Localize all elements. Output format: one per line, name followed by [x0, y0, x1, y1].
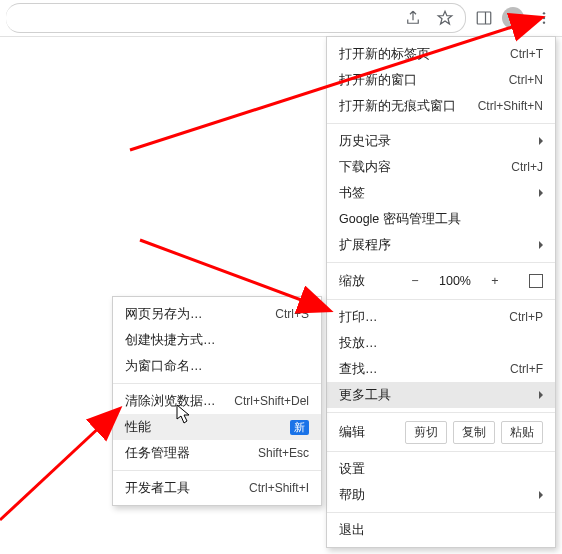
menu-item-label: 设置	[339, 461, 543, 478]
menu-separator	[327, 451, 555, 452]
menu-item-label: 打印…	[339, 309, 501, 326]
star-icon[interactable]	[435, 8, 455, 28]
submenu-dev-tools[interactable]: 开发者工具 Ctrl+Shift+I	[113, 475, 321, 501]
menu-incognito[interactable]: 打开新的无痕式窗口 Ctrl+Shift+N	[327, 93, 555, 119]
menu-help[interactable]: 帮助	[327, 482, 555, 508]
menu-find[interactable]: 查找… Ctrl+F	[327, 356, 555, 382]
menu-item-shortcut: Shift+Esc	[258, 446, 309, 460]
menu-item-shortcut: Ctrl+N	[509, 73, 543, 87]
share-icon[interactable]	[403, 8, 423, 28]
zoom-in-button[interactable]: +	[485, 274, 505, 288]
edit-label: 编辑	[339, 424, 387, 441]
menu-item-shortcut: Ctrl+T	[510, 47, 543, 61]
svg-point-4	[543, 21, 545, 23]
menu-item-shortcut: Ctrl+Shift+Del	[234, 394, 309, 408]
menu-more-tools[interactable]: 更多工具	[327, 382, 555, 408]
submenu-performance[interactable]: 性能 新	[113, 414, 321, 440]
paste-button[interactable]: 粘贴	[501, 421, 543, 444]
menu-separator	[113, 470, 321, 471]
zoom-value: 100%	[435, 274, 475, 288]
menu-item-label: 扩展程序	[339, 237, 543, 254]
menu-item-shortcut: Ctrl+F	[510, 362, 543, 376]
address-bar[interactable]	[6, 3, 466, 33]
zoom-out-button[interactable]: −	[405, 274, 425, 288]
more-tools-submenu: 网页另存为… Ctrl+S 创建快捷方式… 为窗口命名… 清除浏览数据… Ctr…	[112, 296, 322, 506]
menu-separator	[327, 123, 555, 124]
menu-item-label: 任务管理器	[125, 445, 250, 462]
side-panel-icon[interactable]	[474, 8, 494, 28]
menu-item-shortcut: Ctrl+Shift+I	[249, 481, 309, 495]
menu-separator	[327, 512, 555, 513]
menu-item-label: 网页另存为…	[125, 306, 267, 323]
menu-downloads[interactable]: 下载内容 Ctrl+J	[327, 154, 555, 180]
menu-item-label: 打开新的标签页	[339, 46, 502, 63]
submenu-save-as[interactable]: 网页另存为… Ctrl+S	[113, 301, 321, 327]
menu-item-label: 开发者工具	[125, 480, 241, 497]
menu-item-label: 性能	[125, 419, 284, 436]
menu-extensions[interactable]: 扩展程序	[327, 232, 555, 258]
menu-separator	[327, 412, 555, 413]
menu-item-label: 打开新的无痕式窗口	[339, 98, 470, 115]
menu-new-window[interactable]: 打开新的窗口 Ctrl+N	[327, 67, 555, 93]
menu-item-shortcut: Ctrl+Shift+N	[478, 99, 543, 113]
menu-item-label: 下载内容	[339, 159, 503, 176]
menu-bookmarks[interactable]: 书签	[327, 180, 555, 206]
svg-point-2	[543, 12, 545, 14]
submenu-create-shortcut[interactable]: 创建快捷方式…	[113, 327, 321, 353]
menu-item-shortcut: Ctrl+J	[511, 160, 543, 174]
svg-point-3	[543, 17, 545, 19]
menu-new-tab[interactable]: 打开新的标签页 Ctrl+T	[327, 41, 555, 67]
menu-history[interactable]: 历史记录	[327, 128, 555, 154]
menu-item-label: 投放…	[339, 335, 543, 352]
kebab-menu-button[interactable]	[532, 6, 556, 30]
menu-item-shortcut: Ctrl+P	[509, 310, 543, 324]
browser-toolbar	[0, 0, 562, 37]
menu-cast[interactable]: 投放…	[327, 330, 555, 356]
copy-button[interactable]: 复制	[453, 421, 495, 444]
main-menu: 打开新的标签页 Ctrl+T 打开新的窗口 Ctrl+N 打开新的无痕式窗口 C…	[326, 36, 556, 548]
submenu-clear-data[interactable]: 清除浏览数据… Ctrl+Shift+Del	[113, 388, 321, 414]
menu-item-label: 帮助	[339, 487, 543, 504]
menu-item-shortcut: Ctrl+S	[275, 307, 309, 321]
profile-avatar[interactable]	[502, 7, 524, 29]
menu-item-label: 打开新的窗口	[339, 72, 501, 89]
menu-item-label: 查找…	[339, 361, 502, 378]
submenu-task-manager[interactable]: 任务管理器 Shift+Esc	[113, 440, 321, 466]
menu-settings[interactable]: 设置	[327, 456, 555, 482]
screenshot-stage: 打开新的标签页 Ctrl+T 打开新的窗口 Ctrl+N 打开新的无痕式窗口 C…	[0, 0, 562, 554]
menu-exit[interactable]: 退出	[327, 517, 555, 543]
fullscreen-icon[interactable]	[529, 274, 543, 288]
svg-line-7	[0, 410, 118, 520]
menu-print[interactable]: 打印… Ctrl+P	[327, 304, 555, 330]
menu-password-manager[interactable]: Google 密码管理工具	[327, 206, 555, 232]
new-badge: 新	[290, 420, 309, 435]
menu-item-label: 创建快捷方式…	[125, 332, 309, 349]
zoom-label: 缩放	[339, 273, 387, 290]
submenu-name-window[interactable]: 为窗口命名…	[113, 353, 321, 379]
menu-item-label: 历史记录	[339, 133, 543, 150]
svg-rect-0	[477, 12, 491, 24]
menu-item-label: 为窗口命名…	[125, 358, 309, 375]
menu-item-label: 清除浏览数据…	[125, 393, 226, 410]
menu-item-label: 更多工具	[339, 387, 543, 404]
menu-item-label: 书签	[339, 185, 543, 202]
menu-item-label: Google 密码管理工具	[339, 211, 543, 228]
menu-item-label: 退出	[339, 522, 543, 539]
menu-edit: 编辑 剪切 复制 粘贴	[327, 417, 555, 447]
cut-button[interactable]: 剪切	[405, 421, 447, 444]
menu-separator	[327, 299, 555, 300]
menu-separator	[113, 383, 321, 384]
menu-separator	[327, 262, 555, 263]
menu-zoom: 缩放 − 100% +	[327, 267, 555, 295]
